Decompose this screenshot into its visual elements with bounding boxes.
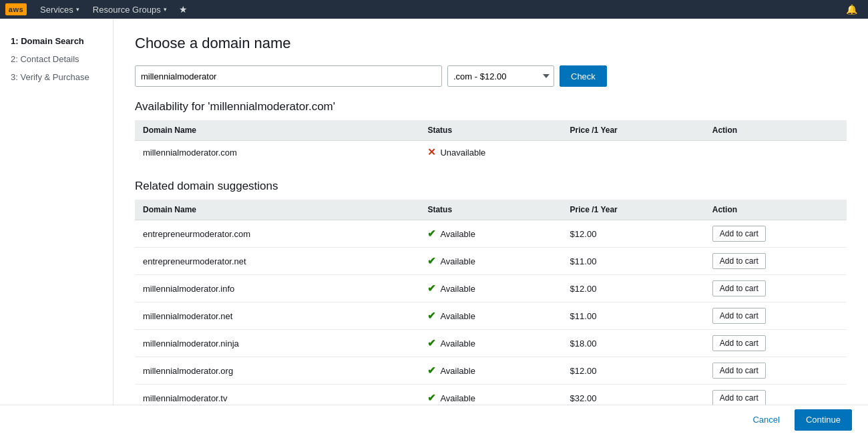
availability-col-domain: Domain Name (135, 120, 419, 141)
suggestions-price-1: $11.00 (562, 248, 704, 275)
aws-logo[interactable]: aws (5, 3, 27, 15)
sidebar: 1: Domain Search 2: Contact Details 3: V… (0, 19, 114, 434)
services-chevron-icon: ▾ (76, 6, 79, 13)
availability-action-0 (704, 141, 847, 164)
table-row: millennialmoderator.net ✔ Available $11.… (135, 302, 847, 330)
favorites-icon[interactable]: ★ (175, 4, 192, 15)
suggestions-price-5: $12.00 (562, 357, 704, 385)
suggestions-status-4: ✔ Available (419, 330, 562, 357)
check-icon: ✔ (427, 337, 436, 349)
services-menu[interactable]: Services ▾ (35, 0, 85, 19)
suggestions-col-price: Price /1 Year (562, 200, 704, 220)
suggestions-domain-2: millennialmoderator.info (135, 275, 419, 302)
availability-table-header-row: Domain Name Status Price /1 Year Action (135, 120, 847, 141)
suggestions-action-3[interactable]: Add to cart (704, 302, 847, 330)
page-title: Choose a domain name (135, 35, 847, 52)
top-navigation: aws Services ▾ Resource Groups ▾ ★ 🔔 (0, 0, 868, 19)
check-button[interactable]: Check (560, 65, 607, 87)
suggestions-status-5: ✔ Available (419, 357, 562, 385)
table-row: millennialmoderator.ninja ✔ Available $1… (135, 330, 847, 357)
availability-col-action: Action (704, 120, 847, 141)
continue-button[interactable]: Continue (795, 409, 852, 431)
suggestions-table: Domain Name Status Price /1 Year Action … (135, 200, 847, 434)
check-icon: ✔ (427, 365, 436, 377)
availability-heading: Availability for 'millennialmoderator.co… (135, 100, 847, 114)
suggestions-price-3: $11.00 (562, 302, 704, 330)
check-icon: ✔ (427, 310, 436, 322)
sidebar-item-domain-search[interactable]: 1: Domain Search (0, 32, 113, 50)
domain-search-row: .com - $12.00 .net - $11.00 .org - $12.0… (135, 65, 847, 87)
suggestions-action-2[interactable]: Add to cart (704, 275, 847, 302)
suggestions-domain-1: entrepreneurmoderator.net (135, 248, 419, 275)
add-to-cart-button-5[interactable]: Add to cart (712, 363, 766, 379)
add-to-cart-button-1[interactable]: Add to cart (712, 253, 766, 269)
availability-col-price: Price /1 Year (562, 120, 704, 141)
add-to-cart-button-6[interactable]: Add to cart (712, 390, 766, 406)
suggestions-action-4[interactable]: Add to cart (704, 330, 847, 357)
suggestions-status-2: ✔ Available (419, 275, 562, 302)
resource-groups-menu[interactable]: Resource Groups ▾ (87, 0, 172, 19)
availability-table: Domain Name Status Price /1 Year Action … (135, 120, 847, 164)
table-row: millennialmoderator.info ✔ Available $12… (135, 275, 847, 302)
suggestions-action-1[interactable]: Add to cart (704, 248, 847, 275)
suggestions-domain-0: entrepreneurmoderator.com (135, 220, 419, 248)
add-to-cart-button-2[interactable]: Add to cart (712, 280, 766, 296)
check-icon: ✔ (427, 392, 436, 404)
suggestions-action-0[interactable]: Add to cart (704, 220, 847, 248)
sidebar-item-verify-purchase[interactable]: 3: Verify & Purchase (0, 68, 113, 86)
suggestions-domain-4: millennialmoderator.ninja (135, 330, 419, 357)
aws-logo-text: aws (9, 5, 23, 13)
check-icon: ✔ (427, 255, 436, 267)
table-row: entrepreneurmoderator.com ✔ Available $1… (135, 220, 847, 248)
suggestions-domain-5: millennialmoderator.org (135, 357, 419, 385)
domain-search-input[interactable] (135, 65, 442, 87)
add-to-cart-button-0[interactable]: Add to cart (712, 226, 766, 242)
availability-col-status: Status (419, 120, 562, 141)
availability-status-0: ✕ Unavailable (419, 141, 562, 164)
add-to-cart-button-4[interactable]: Add to cart (712, 335, 766, 351)
suggestions-price-2: $12.00 (562, 275, 704, 302)
check-icon: ✔ (427, 228, 436, 240)
suggestions-domain-3: millennialmoderator.net (135, 302, 419, 330)
suggestions-status-3: ✔ Available (419, 302, 562, 330)
suggestions-price-0: $12.00 (562, 220, 704, 248)
table-row: millennialmoderator.com ✕ Unavailable (135, 141, 847, 164)
availability-domain-0: millennialmoderator.com (135, 141, 419, 164)
suggestions-col-action: Action (704, 200, 847, 220)
tld-select[interactable]: .com - $12.00 .net - $11.00 .org - $12.0… (447, 65, 554, 87)
suggestions-action-5[interactable]: Add to cart (704, 357, 847, 385)
availability-price-0 (562, 141, 704, 164)
table-row: entrepreneurmoderator.net ✔ Available $1… (135, 248, 847, 275)
suggestions-status-1: ✔ Available (419, 248, 562, 275)
footer: Cancel Continue (0, 405, 868, 434)
table-row: millennialmoderator.org ✔ Available $12.… (135, 357, 847, 385)
notifications-icon[interactable]: 🔔 (841, 4, 863, 15)
suggestions-status-0: ✔ Available (419, 220, 562, 248)
suggestions-heading: Related domain suggestions (135, 180, 847, 193)
sidebar-item-contact-details[interactable]: 2: Contact Details (0, 50, 113, 68)
main-content: Choose a domain name .com - $12.00 .net … (114, 19, 868, 434)
suggestions-col-domain: Domain Name (135, 200, 419, 220)
resource-groups-chevron-icon: ▾ (164, 6, 167, 13)
check-icon: ✔ (427, 282, 436, 294)
suggestions-price-4: $18.00 (562, 330, 704, 357)
services-label: Services (40, 5, 73, 15)
cancel-button[interactable]: Cancel (746, 411, 786, 429)
resource-groups-label: Resource Groups (93, 5, 161, 15)
add-to-cart-button-3[interactable]: Add to cart (712, 308, 766, 324)
suggestions-table-header-row: Domain Name Status Price /1 Year Action (135, 200, 847, 220)
x-icon: ✕ (427, 146, 436, 158)
suggestions-col-status: Status (419, 200, 562, 220)
